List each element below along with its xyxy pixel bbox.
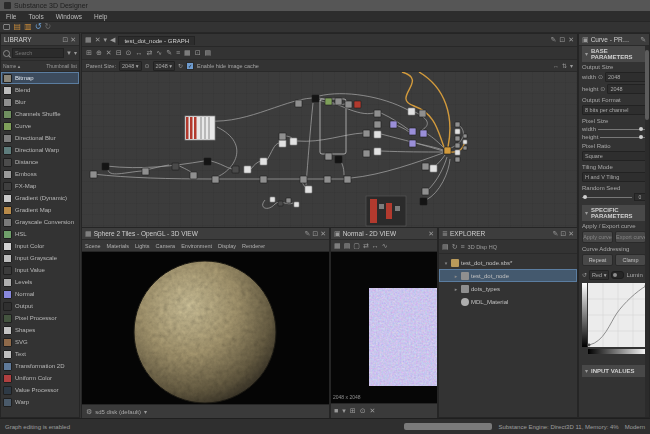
cache-checkbox[interactable]: ✓ bbox=[186, 62, 194, 70]
environment-dropdown[interactable]: sd5 disk (default) bbox=[95, 409, 141, 415]
close-icon[interactable]: ✕ bbox=[70, 36, 76, 44]
view2d-bottom-icon[interactable]: ▾ bbox=[342, 407, 346, 415]
view2d-bottom-icon[interactable]: ✕ bbox=[370, 407, 376, 415]
library-item[interactable]: Uniform Color bbox=[1, 372, 79, 384]
graph-tool-icon[interactable]: ⊙ bbox=[126, 49, 132, 57]
curve-editor[interactable] bbox=[582, 283, 646, 361]
tree-item-dots-types[interactable]: ▸dots_types bbox=[439, 282, 577, 295]
link-icon[interactable]: ⊙ bbox=[600, 85, 605, 93]
view2d-tool-icon[interactable]: ⇄ bbox=[363, 242, 369, 250]
pin-icon[interactable]: ✎ bbox=[552, 230, 558, 238]
view3d-canvas[interactable] bbox=[82, 252, 329, 404]
library-item[interactable]: Emboss bbox=[1, 168, 79, 180]
graph-tool-icon[interactable]: ≡ bbox=[176, 49, 180, 57]
tree-caret-icon[interactable]: ▸ bbox=[453, 286, 459, 292]
library-item[interactable]: Input Value bbox=[1, 264, 79, 276]
view2d-tool-icon[interactable]: ▢ bbox=[353, 242, 360, 250]
float-icon[interactable]: ⊡ bbox=[559, 36, 565, 44]
new-file-icon[interactable]: ▢ bbox=[3, 22, 11, 32]
fit-icon[interactable]: ↔ bbox=[553, 62, 559, 70]
graph-tab-icon[interactable]: ▾ bbox=[104, 36, 108, 44]
tree-item-test-dot-node-sbs-[interactable]: ▾test_dot_node.sbs* bbox=[439, 256, 577, 269]
close-icon[interactable]: ✕ bbox=[428, 230, 434, 238]
view3d-menu-camera[interactable]: Camera bbox=[153, 243, 179, 249]
menu-windows[interactable]: Windows bbox=[50, 11, 88, 22]
export-curve-button[interactable]: Export curve bbox=[615, 231, 646, 243]
graph-tool-icon[interactable]: ⊞ bbox=[86, 49, 92, 57]
tiling-dropdown[interactable]: H and V Tiling bbox=[582, 172, 646, 182]
library-item[interactable]: Normal bbox=[1, 288, 79, 300]
graph-tool-icon[interactable]: ✕ bbox=[106, 49, 112, 57]
view2d-tool-icon[interactable]: ∿ bbox=[382, 242, 388, 250]
library-item[interactable]: Value Processor bbox=[1, 384, 79, 396]
link-icon[interactable]: ⊙ bbox=[598, 73, 603, 81]
view2d-bottom-icon[interactable]: ⊞ bbox=[350, 407, 356, 415]
sort-dropdown[interactable]: Name ▴ bbox=[3, 63, 20, 69]
library-item[interactable]: Blend bbox=[1, 84, 79, 96]
pin-icon[interactable]: ✎ bbox=[304, 230, 310, 238]
library-item[interactable]: Directional Blur bbox=[1, 132, 79, 144]
height-dropdown[interactable]: 2048 bbox=[607, 84, 646, 94]
ratio-dropdown[interactable]: Square bbox=[582, 151, 646, 161]
graph-tool-icon[interactable]: ⊟ bbox=[116, 49, 122, 57]
library-item[interactable]: Shapes bbox=[1, 324, 79, 336]
chevron-down-icon[interactable]: ▾ bbox=[74, 49, 77, 57]
library-item[interactable]: Directional Warp bbox=[1, 144, 79, 156]
view3d-menu-renderer[interactable]: Renderer bbox=[239, 243, 268, 249]
reset-icon[interactable]: ↻ bbox=[178, 62, 183, 70]
graph-tool-icon[interactable]: ▤ bbox=[205, 49, 212, 57]
library-item[interactable]: HSL bbox=[1, 228, 79, 240]
tree-item-test-dot-node[interactable]: ▸test_dot_node bbox=[439, 269, 577, 282]
luminance-toggle[interactable] bbox=[611, 271, 624, 279]
explorer-tool-icon[interactable]: ▤ bbox=[442, 243, 449, 251]
clamp-button[interactable]: Clamp bbox=[615, 254, 646, 266]
explorer-tool-icon[interactable]: ↻ bbox=[452, 243, 458, 251]
graph-tab-icon[interactable]: ◀ bbox=[110, 36, 115, 44]
graph-tool-icon[interactable]: ✎ bbox=[166, 49, 172, 57]
menu-tools[interactable]: Tools bbox=[22, 11, 49, 22]
library-item[interactable]: Blur bbox=[1, 96, 79, 108]
view3d-menu-materials[interactable]: Materials bbox=[104, 243, 132, 249]
parent-height-dropdown[interactable]: 2048 ▾ bbox=[153, 61, 176, 71]
tree-caret-icon[interactable]: ▸ bbox=[453, 273, 459, 279]
undo-icon[interactable]: ↺ bbox=[35, 22, 42, 32]
close-icon[interactable]: ✕ bbox=[320, 230, 326, 238]
view2d-canvas[interactable]: 2048 x 2048 bbox=[331, 252, 437, 403]
view2d-bottom-icon[interactable]: ■ bbox=[334, 407, 338, 415]
library-item[interactable]: Channels Shuffle bbox=[1, 108, 79, 120]
graph-tool-icon[interactable]: ▦ bbox=[184, 49, 191, 57]
view2d-tool-icon[interactable]: ▦ bbox=[334, 242, 341, 250]
menu-file[interactable]: File bbox=[0, 11, 22, 22]
input-values-header[interactable]: ▾ INPUT VALUES bbox=[582, 365, 649, 377]
reset-curve-icon[interactable]: ↺ bbox=[582, 271, 587, 279]
library-item[interactable]: Gradient Map bbox=[1, 204, 79, 216]
view2d-bottom-icon[interactable]: ⊙ bbox=[360, 407, 366, 415]
library-item[interactable]: Transformation 2D bbox=[1, 360, 79, 372]
random-seed-slider[interactable] bbox=[582, 197, 632, 198]
pin-icon[interactable]: ✎ bbox=[550, 36, 556, 44]
view3d-menu-environment[interactable]: Environment bbox=[178, 243, 215, 249]
channel-dropdown[interactable]: Red ▾ bbox=[589, 270, 609, 280]
filter-icon[interactable]: ▼ bbox=[66, 49, 72, 57]
pin-icon[interactable]: ✎ bbox=[640, 36, 646, 44]
save-icon[interactable]: ▥ bbox=[24, 22, 32, 32]
library-item[interactable]: Pixel Processor bbox=[1, 312, 79, 324]
view3d-menu-lights[interactable]: Lights bbox=[132, 243, 153, 249]
library-item[interactable]: Curve bbox=[1, 120, 79, 132]
library-item[interactable]: SVG bbox=[1, 336, 79, 348]
pixel-width-slider[interactable] bbox=[598, 129, 646, 130]
link-icon[interactable]: ⊙ bbox=[145, 62, 150, 70]
menu-help[interactable]: Help bbox=[88, 11, 113, 22]
gear-icon[interactable]: ⚙ bbox=[86, 408, 92, 416]
redo-icon[interactable]: ↻ bbox=[44, 22, 51, 32]
library-item[interactable]: Grayscale Conversion bbox=[1, 216, 79, 228]
library-item[interactable]: Bitmap bbox=[1, 72, 79, 84]
apply-curve-button[interactable]: Apply curve bbox=[582, 231, 613, 243]
open-file-icon[interactable]: ▤ bbox=[14, 22, 22, 32]
graph-tab[interactable]: test_dot_node - GRAPH bbox=[118, 36, 195, 45]
graph-tool-icon[interactable]: ⊡ bbox=[195, 49, 201, 57]
explorer-tool-icon[interactable]: ≡ bbox=[461, 243, 465, 251]
search-input[interactable] bbox=[12, 48, 64, 58]
specific-parameters-header[interactable]: ▾ SPECIFIC PARAMETERS bbox=[582, 205, 649, 221]
graph-tab-icon[interactable]: ▦ bbox=[85, 36, 92, 44]
